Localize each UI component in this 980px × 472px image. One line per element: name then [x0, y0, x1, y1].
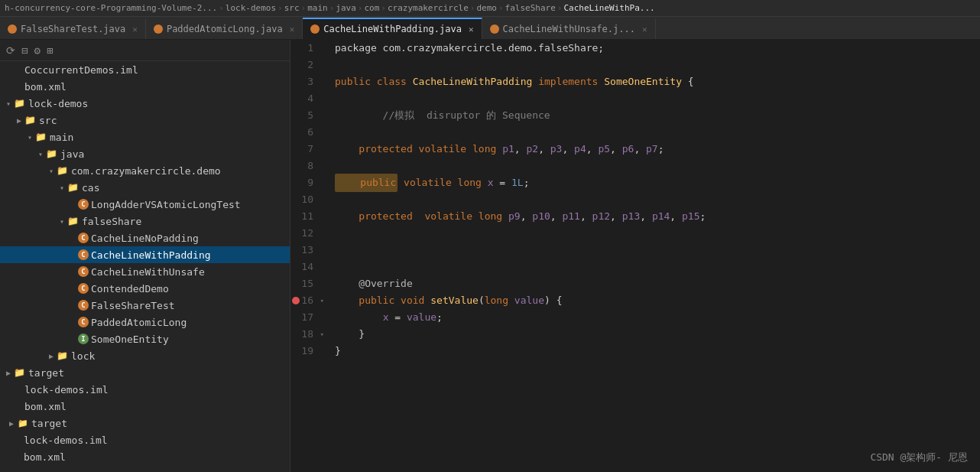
sidebar-item-FalseShareTest[interactable]: CFalseShareTest — [0, 297, 290, 314]
line-number-18: 18▾ — [290, 326, 320, 343]
expand-icon[interactable]: ⊞ — [47, 44, 53, 57]
sidebar-item-lockdemosiml[interactable]: lock-demos.iml — [0, 431, 290, 448]
line-number-2: 2 — [290, 57, 320, 73]
code-line-4 — [335, 90, 980, 107]
close-tab-cachelinewithpadding[interactable]: ✕ — [469, 24, 474, 34]
sidebar-item-lock[interactable]: ▶📁lock — [0, 347, 290, 364]
tab-paddedatomiclong[interactable]: PaddedAtomicLong.java ✕ — [146, 18, 303, 39]
line-number-3: 3 — [290, 73, 320, 90]
sidebar-item-falseShare[interactable]: ▾📁falseShare — [0, 213, 290, 229]
bc-item-2[interactable]: src — [284, 3, 300, 13]
line-number-11: 11 — [290, 208, 320, 225]
line-number-5: 5 — [290, 107, 320, 124]
code-line-3: public class CacheLineWithPadding implem… — [335, 73, 980, 90]
class-icon: C — [78, 317, 89, 327]
sidebar-item-main[interactable]: ▾📁main — [0, 129, 290, 145]
code-line-5: //模拟 disruptor 的 Sequence — [335, 107, 980, 124]
sidebar-item-bom2[interactable]: bom.xml — [0, 448, 290, 465]
tree-item-label: target — [28, 367, 64, 379]
bc-item-3[interactable]: main — [307, 3, 328, 13]
chevron-icon: ▾ — [57, 217, 67, 226]
bc-item-8[interactable]: falseShare — [505, 3, 556, 13]
bc-item-4[interactable]: java — [336, 3, 356, 13]
bc-item-5[interactable]: com — [364, 3, 379, 13]
sidebar-item-src[interactable]: ▶📁src — [0, 112, 290, 129]
code-line-15: @Override — [335, 275, 980, 292]
fold-arrow-icon[interactable]: ▾ — [320, 292, 324, 309]
code-line-11: protected volatile long p9, p10, p11, p1… — [335, 208, 980, 225]
close-tab-paddedatomiclong[interactable]: ✕ — [290, 24, 295, 34]
debug-breakpoint-icon[interactable] — [292, 297, 300, 304]
sidebar-item-coccurrentDemos[interactable]: CoccurrentDemos.iml — [0, 61, 290, 78]
bc-item-9[interactable]: CacheLineWithPa... — [563, 3, 654, 13]
tree-item-label: java — [60, 148, 84, 160]
bc-item-1[interactable]: lock-demos — [226, 3, 276, 13]
chevron-icon: ▾ — [57, 184, 67, 192]
line-numbers: 12345678910111213141516▾1718▾19 — [290, 40, 327, 457]
chevron-icon: ▾ — [3, 99, 14, 108]
sidebar-item-LongAdder[interactable]: CLongAdderVSAtomicLongTest — [0, 196, 290, 213]
tab-falsesharetest[interactable]: FalseShareTest.java ✕ — [0, 18, 146, 39]
bc-item-6[interactable]: crazymakercircle — [388, 3, 469, 13]
tab-cachelinewithUnsafe[interactable]: CacheLineWithUnsafe.j... ✕ — [482, 18, 656, 39]
tree-item-label: SomeOneEntity — [91, 334, 169, 345]
sidebar-item-cas[interactable]: ▾📁cas — [0, 179, 290, 196]
tree-item-label: falseShare — [82, 216, 141, 227]
line-number-15: 15 — [290, 275, 320, 292]
folder-icon: 📁 — [57, 350, 68, 361]
sidebar: ⟳ ⊟ ⚙ ⊞ CoccurrentDemos.imlbom.xml▾📁lock… — [0, 40, 290, 472]
settings-icon[interactable]: ⚙ — [34, 44, 40, 57]
editor-area[interactable]: 12345678910111213141516▾1718▾19 package … — [290, 40, 980, 472]
close-tab-cachelinewithUnsafe[interactable]: ✕ — [642, 24, 647, 34]
sidebar-item-ContendedDemo[interactable]: CContendedDemo — [0, 280, 290, 297]
sidebar-item-lockdemos[interactable]: ▾📁lock-demos — [0, 95, 290, 112]
chevron-icon: ▾ — [24, 133, 35, 142]
sidebar-toolbar: ⟳ ⊟ ⚙ ⊞ — [0, 40, 290, 61]
bc-item-7[interactable]: demo — [476, 3, 497, 13]
sidebar-item-CacheLineWithUnsafe[interactable]: CCacheLineWithUnsafe — [0, 263, 290, 280]
breadcrumb: h-concurrency-core-Programming-Volume-2.… — [0, 0, 980, 17]
sidebar-item-target[interactable]: ▶ 📁 target — [0, 415, 290, 431]
main-area: ⟳ ⊟ ⚙ ⊞ CoccurrentDemos.imlbom.xml▾📁lock… — [0, 40, 980, 472]
tree-item-label: src — [39, 115, 57, 126]
line-number-10: 10 — [290, 191, 320, 208]
sidebar-item-bom2[interactable]: bom.xml — [0, 398, 290, 415]
sidebar-item-java[interactable]: ▾📁java — [0, 145, 290, 162]
watermark: CSDN @架构师- 尼恩 — [870, 451, 968, 464]
tab-cachelinewithpadding[interactable]: CacheLineWithPadding.java ✕ — [303, 18, 482, 39]
folder-icon: 📁 — [67, 182, 79, 193]
code-line-8 — [335, 158, 980, 174]
close-tab-falsesharetest[interactable]: ✕ — [132, 24, 138, 34]
chevron-icon: ▶ — [3, 369, 14, 377]
code-line-10 — [335, 191, 980, 208]
tree-item-label: CoccurrentDemos.iml — [24, 64, 138, 76]
code-line-13 — [335, 242, 980, 259]
line-number-8: 8 — [290, 158, 320, 174]
sidebar-item-SomeOneEntity[interactable]: ISomeOneEntity — [0, 330, 290, 347]
line-number-16: 16▾ — [290, 292, 320, 309]
code-line-16: public void setValue(long value) { — [335, 292, 980, 309]
class-icon: I — [78, 334, 89, 344]
code-container: 12345678910111213141516▾1718▾19 package … — [290, 40, 980, 472]
tree-item-label: FalseShareTest — [91, 300, 175, 311]
tree-item-label: com.crazymakercircle.demo — [71, 165, 221, 177]
sidebar-item-lockdemosiml[interactable]: lock-demos.iml — [0, 381, 290, 398]
sidebar-tree: CoccurrentDemos.imlbom.xml▾📁lock-demos▶📁… — [0, 61, 290, 415]
sidebar-item-CacheLineWithPadding[interactable]: CCacheLineWithPadding — [0, 246, 290, 263]
fold-arrow-icon[interactable]: ▾ — [320, 326, 324, 343]
sidebar-item-PaddedAtomicLong[interactable]: CPaddedAtomicLong — [0, 314, 290, 330]
sidebar-item-comcrazymakercircledemo[interactable]: ▾📁com.crazymakercircle.demo — [0, 162, 290, 179]
code-line-18: } — [335, 326, 980, 343]
sidebar-item-target[interactable]: ▶📁target — [0, 364, 290, 381]
tree-item-label: cas — [82, 182, 99, 194]
tree-item-label: CacheLineWithUnsafe — [91, 266, 205, 278]
line-number-9: 9 — [290, 174, 320, 191]
tab-bar: FalseShareTest.java ✕ PaddedAtomicLong.j… — [0, 17, 980, 40]
bc-item-0[interactable]: h-concurrency-core-Programming-Volume-2.… — [5, 3, 217, 13]
sync-icon[interactable]: ⟳ — [6, 44, 15, 57]
tree-item-label: CacheLineWithPadding — [91, 249, 211, 261]
sidebar-item-bomxml[interactable]: bom.xml — [0, 78, 290, 95]
folder-icon: 📁 — [67, 216, 79, 226]
sidebar-item-CacheLineNoPadding[interactable]: CCacheLineNoPadding — [0, 229, 290, 246]
collapse-icon[interactable]: ⊟ — [21, 44, 28, 57]
